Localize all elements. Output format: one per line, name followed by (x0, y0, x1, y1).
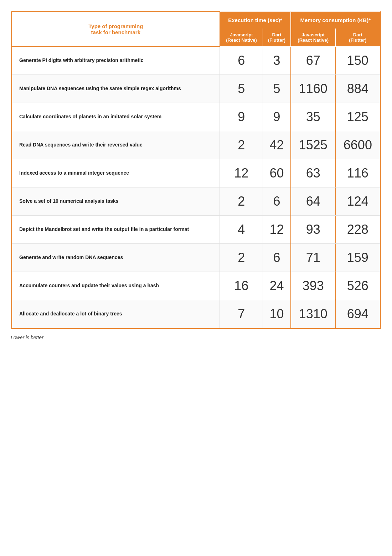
exec-dart-value: 6 (263, 187, 291, 215)
table-row: Generate and write random DNA sequences … (12, 243, 380, 272)
exec-js-value: 6 (220, 46, 263, 74)
exec-dart-value: 10 (263, 300, 291, 328)
memory-label: Memory consumption (KB)* (300, 17, 371, 23)
mem-js-value: 1525 (291, 131, 336, 159)
mem-dart-value: 694 (335, 300, 380, 328)
exec-dart-value: 12 (263, 215, 291, 243)
exec-time-header: Execution time (sec)* (220, 12, 291, 28)
task-label: Manipulate DNA sequences using the same … (12, 74, 220, 103)
exec-dart-value: 60 (263, 159, 291, 187)
mem-dart-value: 150 (335, 46, 380, 74)
benchmark-table: Type of programming task for benchmark E… (11, 11, 381, 329)
mem-js-value: 64 (291, 187, 336, 215)
table-row: Accumulate counters and update their val… (12, 272, 380, 300)
mem-dart-value: 526 (335, 272, 380, 300)
exec-dart-value: 3 (263, 46, 291, 74)
mem-js-value: 35 (291, 103, 336, 131)
mem-dart-value: 159 (335, 243, 380, 272)
dart-exec-label: Dart (Flutter) (268, 32, 285, 43)
footer-text: Lower is better (11, 335, 43, 340)
mem-js-value: 67 (291, 46, 336, 74)
mem-dart-value: 124 (335, 187, 380, 215)
exec-js-value: 12 (220, 159, 263, 187)
task-label: Allocate and deallocate a lot of binary … (12, 300, 220, 328)
table-row: Generate Pi digits with arbitrary precis… (12, 46, 380, 74)
table-row: Manipulate DNA sequences using the same … (12, 74, 380, 103)
mem-dart-value: 116 (335, 159, 380, 187)
table-row: Depict the Mandelbrot set and write the … (12, 215, 380, 243)
exec-dart-value: 42 (263, 131, 291, 159)
task-label: Indexed access to a minimal integer sequ… (12, 159, 220, 187)
js-exec-header: Javascript (React Native) (220, 28, 263, 46)
task-label: Generate Pi digits with arbitrary precis… (12, 46, 220, 74)
footer-note: Lower is better (11, 335, 381, 340)
exec-js-value: 9 (220, 103, 263, 131)
mem-dart-value: 884 (335, 74, 380, 103)
task-label: Depict the Mandelbrot set and write the … (12, 215, 220, 243)
task-col-label: Type of programming task for benchmark (88, 23, 143, 35)
mem-dart-value: 228 (335, 215, 380, 243)
table-row: Indexed access to a minimal integer sequ… (12, 159, 380, 187)
table-row: Allocate and deallocate a lot of binary … (12, 300, 380, 328)
mem-js-value: 93 (291, 215, 336, 243)
mem-js-value: 63 (291, 159, 336, 187)
dart-exec-header: Dart (Flutter) (263, 28, 291, 46)
task-label: Read DNA sequences and write their rever… (12, 131, 220, 159)
exec-dart-value: 5 (263, 74, 291, 103)
exec-js-value: 4 (220, 215, 263, 243)
exec-js-value: 2 (220, 187, 263, 215)
exec-dart-value: 24 (263, 272, 291, 300)
table-row: Read DNA sequences and write their rever… (12, 131, 380, 159)
task-label: Solve a set of 10 numerical analysis tas… (12, 187, 220, 215)
exec-js-value: 2 (220, 243, 263, 272)
mem-js-value: 1160 (291, 74, 336, 103)
js-mem-header: Javascript (React Native) (291, 28, 336, 46)
exec-dart-value: 6 (263, 243, 291, 272)
task-label: Accumulate counters and update their val… (12, 272, 220, 300)
table-row: Solve a set of 10 numerical analysis tas… (12, 187, 380, 215)
header-top-row: Type of programming task for benchmark E… (12, 12, 380, 28)
task-col-header: Type of programming task for benchmark (12, 12, 220, 46)
mem-js-value: 393 (291, 272, 336, 300)
table-body: Generate Pi digits with arbitrary precis… (12, 46, 380, 328)
task-label: Generate and write random DNA sequences (12, 243, 220, 272)
mem-js-value: 1310 (291, 300, 336, 328)
exec-js-value: 2 (220, 131, 263, 159)
js-mem-label: Javascript (React Native) (298, 32, 329, 43)
exec-time-label: Execution time (sec)* (228, 17, 282, 23)
table-row: Calculate coordinates of planets in an i… (12, 103, 380, 131)
mem-dart-value: 125 (335, 103, 380, 131)
exec-js-value: 5 (220, 74, 263, 103)
mem-js-value: 71 (291, 243, 336, 272)
task-label: Calculate coordinates of planets in an i… (12, 103, 220, 131)
exec-js-value: 16 (220, 272, 263, 300)
dart-mem-label: Dart (Flutter) (349, 32, 366, 43)
dart-mem-header: Dart (Flutter) (335, 28, 380, 46)
exec-js-value: 7 (220, 300, 263, 328)
mem-dart-value: 6600 (335, 131, 380, 159)
exec-dart-value: 9 (263, 103, 291, 131)
memory-header: Memory consumption (KB)* (291, 12, 380, 28)
js-exec-label: Javascript (React Native) (226, 32, 257, 43)
